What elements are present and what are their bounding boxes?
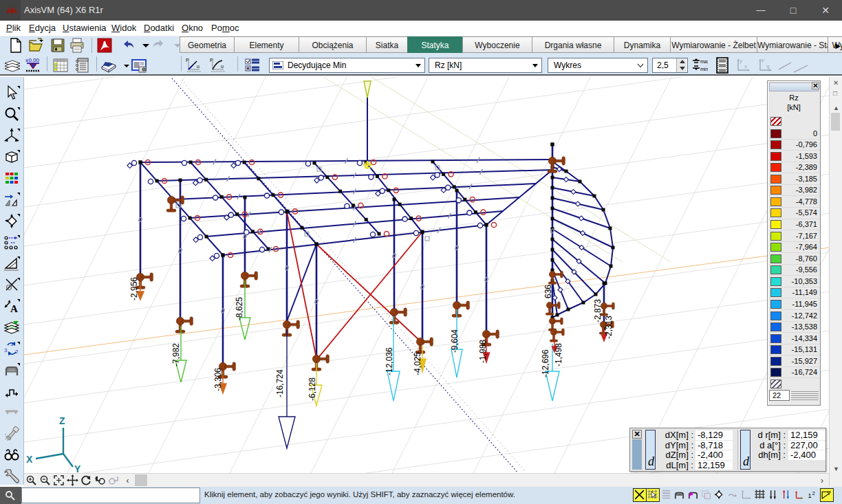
svg-text:-8,625: -8,625 <box>235 297 244 320</box>
svg-text:-12,696: -12,696 <box>541 349 550 377</box>
svg-text:X: X <box>26 454 33 465</box>
svg-text:x: x <box>744 63 747 69</box>
svg-text:min: min <box>700 67 708 72</box>
svg-text:max: max <box>700 59 708 64</box>
svg-text:q: q <box>766 63 769 69</box>
svg-text:-3,306: -3,306 <box>213 368 223 391</box>
svg-text:-6,128: -6,128 <box>307 377 317 401</box>
svg-text:u: u <box>221 64 224 69</box>
svg-text:-4,025: -4,025 <box>413 352 422 375</box>
svg-text:±0.00: ±0.00 <box>25 57 40 63</box>
svg-text:-1,498: -1,498 <box>554 343 563 366</box>
svg-text:-2,313: -2,313 <box>604 316 614 339</box>
svg-text:-2,873: -2,873 <box>593 299 603 322</box>
svg-text:A: A <box>10 303 18 314</box>
svg-text:636: 636 <box>543 285 553 298</box>
svg-text:Z: Z <box>59 415 65 426</box>
svg-text:-2,956: -2,956 <box>129 277 139 300</box>
svg-text:-12,036: -12,036 <box>385 347 394 375</box>
svg-text:3: 3 <box>4 347 8 353</box>
svg-text:-9,604: -9,604 <box>450 329 460 353</box>
svg-text:u: u <box>197 64 199 69</box>
svg-text:y: y <box>740 58 742 64</box>
svg-text:2: 2 <box>812 491 815 496</box>
svg-text:-16,724: -16,724 <box>275 369 285 397</box>
svg-text:2: 2 <box>15 349 19 355</box>
svg-text:-7,982: -7,982 <box>171 343 181 366</box>
svg-text:-1,988: -1,988 <box>478 340 488 363</box>
svg-text:F: F <box>762 58 765 64</box>
svg-text:Y: Y <box>74 463 81 473</box>
svg-text:1: 1 <box>808 492 811 499</box>
svg-text:1: 1 <box>10 341 14 347</box>
